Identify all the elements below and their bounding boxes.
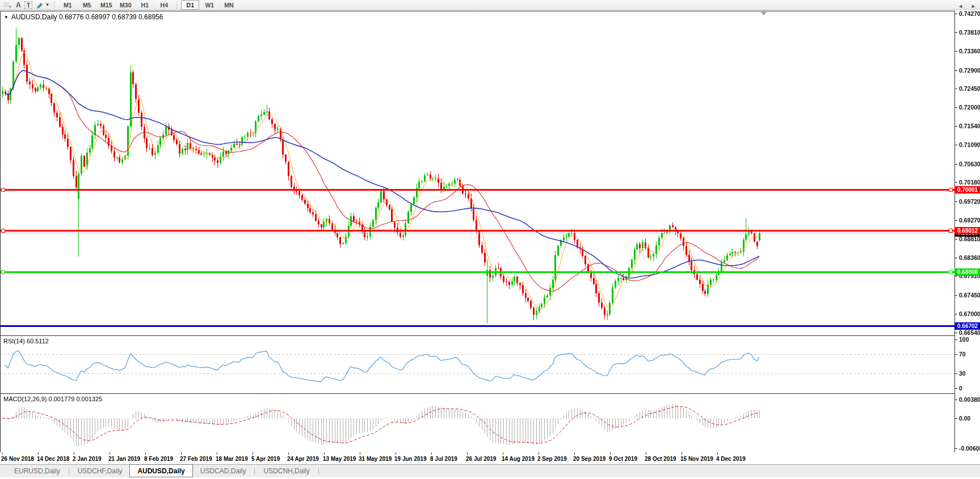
price-axis-tick: 0.71540 (959, 123, 980, 129)
date-tick-mark (181, 452, 182, 455)
hline-price-label: 0.68008 (954, 268, 980, 276)
date-axis-label: 14 Aug 2019 (502, 456, 535, 462)
rsi-axis-tick: 100 (959, 336, 969, 343)
price-axis-tick: 0.66540 (959, 329, 980, 336)
timeframe-button-m30[interactable]: M30 (116, 0, 134, 10)
toolbar-separator (54, 2, 55, 9)
timeframe-button-m1[interactable]: M1 (58, 0, 77, 10)
tab-eurusd[interactable]: EURUSD,Daily (7, 465, 68, 477)
tab-separator (69, 468, 69, 475)
hline-price-label: 0.70001 (954, 186, 980, 194)
rsi-axis-tick: 0 (959, 385, 962, 392)
crayon-icon (36, 1, 44, 9)
colors-tool[interactable]: ▼ (34, 1, 51, 10)
tab-scroll-arrows: ◄ ► (958, 3, 976, 9)
chart-tab-bar: EURUSD,DailyUSDCHF,DailyAUDUSD,DailyUSDC… (0, 464, 980, 477)
timeframe-button-mn[interactable]: MN (220, 0, 238, 10)
timeframe-button-h4[interactable]: H4 (155, 0, 173, 10)
date-axis-label: 8 Feb 2019 (144, 456, 173, 462)
hline-price-label: 0.69012 (954, 227, 980, 234)
price-axis-tick: 0.70180 (959, 179, 980, 186)
date-tick-mark (360, 452, 360, 455)
date-tick-mark (38, 452, 39, 455)
price-axis-tick: 0.68360 (959, 254, 980, 261)
date-axis-label: 2 Jan 2019 (73, 456, 102, 462)
date-tick-mark (2, 452, 3, 455)
chart-ohlc-title: ▼AUDUSD,Daily 0.68776 0.68997 0.68739 0.… (4, 13, 163, 21)
macd-axis-tick: 0.00 (959, 415, 970, 422)
price-axis-tick: 0.73810 (959, 29, 980, 36)
date-axis-label: 5 Apr 2019 (251, 456, 280, 462)
date-tick-mark (431, 452, 432, 455)
price-axis-tick: 0.72450 (959, 85, 980, 92)
rsi-axis-tick: 30 (959, 370, 966, 377)
price-axis-tick: 0.67450 (959, 292, 980, 299)
date-tick-mark (503, 452, 503, 455)
hline-price-label: 0.66702 (954, 322, 980, 330)
date-tick-mark (217, 452, 217, 455)
date-tick-mark (324, 452, 325, 455)
tab-audusd[interactable]: AUDUSD,Daily (129, 464, 192, 477)
date-axis-label: 24 Apr 2019 (287, 456, 319, 462)
date-tick-mark (467, 452, 468, 455)
timeframe-button-group: M1M5M15M30H1H4D1W1MN (51, 0, 238, 10)
price-axis-tick: 0.70630 (959, 161, 980, 167)
date-axis-label: 28 Oct 2019 (645, 456, 676, 462)
timeframe-button-w1[interactable]: W1 (200, 0, 218, 10)
tab-separator (318, 468, 319, 475)
date-axis-label: 26 Nov 2018 (1, 456, 34, 462)
chart-tabs: EURUSD,DailyUSDCHF,DailyAUDUSD,DailyUSDC… (7, 465, 320, 477)
top-toolbar: F A T ▼ M1M5M15M30H1H4D1W1MN (0, 0, 980, 10)
date-tick-mark (610, 452, 611, 455)
macd-axis-tick: -0.006087 (959, 445, 980, 452)
date-tick-mark (74, 452, 74, 455)
rsi-axis-tick: 70 (959, 351, 966, 358)
date-tick-mark (288, 452, 289, 455)
date-tick-mark (396, 452, 396, 455)
date-axis-label: 21 Jan 2019 (108, 456, 140, 462)
date-axis-label: 2 Sep 2019 (537, 456, 567, 462)
timeframe-button-h1[interactable]: H1 (136, 0, 154, 10)
price-axis[interactable]: 0.742700.738100.733600.729000.724500.720… (954, 0, 980, 454)
price-axis-tick: 0.71090 (959, 141, 980, 148)
text-label-tool[interactable]: A (14, 1, 23, 10)
indicator-f-icon[interactable]: F (2, 1, 14, 10)
tab-scroll-right-icon[interactable]: ► (971, 3, 976, 9)
a-tool-icon: A (16, 1, 21, 9)
date-axis-label: 19 Jun 2019 (394, 456, 427, 462)
date-axis-label: 9 Oct 2019 (609, 456, 637, 462)
date-axis-label: 4 Dec 2019 (716, 456, 746, 462)
ohlc-text: AUDUSD,Daily 0.68776 0.68997 0.68739 0.6… (11, 13, 163, 21)
date-tick-mark (110, 452, 110, 455)
tab-separator (254, 468, 255, 475)
timeframe-button-m15[interactable]: M15 (97, 0, 115, 10)
price-axis-tick: 0.69720 (959, 198, 980, 205)
rsi-pane-label: RSI(14) 60.5112 (3, 338, 49, 344)
text-tool-selected[interactable]: T (23, 1, 35, 10)
date-tick-mark (539, 452, 539, 455)
tab-usdchf[interactable]: USDCHF,Daily (70, 465, 130, 477)
date-axis-label: 18 Mar 2019 (216, 456, 248, 462)
timeframe-button-m5[interactable]: M5 (78, 0, 96, 10)
macd-pane-label: MACD(12,26,9) 0.001779 0.001325 (3, 396, 102, 402)
t-tool-icon: T (24, 1, 33, 9)
date-axis-label: 8 Jul 2019 (430, 456, 457, 462)
collapse-triangle-icon: ▼ (4, 15, 9, 20)
date-axis-label: 26 Jul 2019 (466, 456, 496, 462)
timeframe-button-d1[interactable]: D1 (181, 0, 199, 10)
macd-axis-tick: 0.003804 (959, 396, 980, 403)
date-axis-label: 15 Nov 2019 (680, 456, 713, 462)
date-axis-label: 20 Sep 2019 (573, 456, 605, 462)
date-axis-label: 31 May 2019 (359, 456, 392, 462)
date-axis-label: 13 May 2019 (323, 456, 356, 462)
tab-usdcnh[interactable]: USDCNH,Daily (256, 465, 317, 477)
chevron-down-icon: ▼ (45, 2, 49, 7)
date-axis[interactable]: 26 Nov 201814 Dec 20182 Jan 201921 Jan 2… (0, 452, 980, 464)
tab-scroll-left-icon[interactable]: ◄ (958, 3, 963, 9)
svg-text:F: F (9, 5, 11, 9)
price-axis-tick: 0.67000 (959, 310, 980, 317)
date-tick-mark (145, 452, 146, 455)
chart-plot-canvas[interactable] (0, 0, 980, 454)
toolbar-separator (176, 2, 178, 9)
tab-usdcad[interactable]: USDCAD,Daily (193, 465, 254, 477)
